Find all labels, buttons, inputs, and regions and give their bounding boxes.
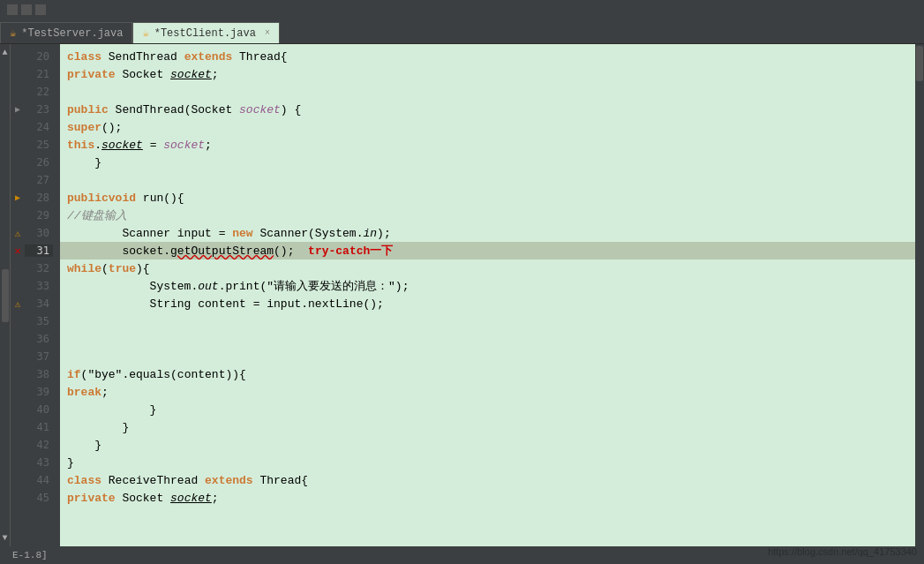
code-line-40[interactable]: } [60,401,915,418]
line-number-24: 24 [25,121,53,133]
tab-bar: ☕ *TestServer.java ☕ *TestClient.java × [0,19,924,44]
gutter-row-44: 44 [11,471,60,489]
gutter-row-32: 32 [11,259,60,277]
maximize-btn[interactable]: □ [21,4,32,15]
gutter-row-33: 33 [11,277,60,295]
tab-server[interactable]: ☕ *TestServer.java [0,22,132,43]
watermark: https://blog.csdn.net/qq_41753340 [768,546,917,557]
code-line-33[interactable]: System.out.print("请输入要发送的消息："); [60,277,915,295]
code-line-25[interactable]: this.socket = socket; [60,136,915,154]
code-line-39[interactable]: break; [60,383,915,401]
code-line-29[interactable]: //键盘输入 [60,207,915,224]
gutter-row-41: 41 [11,418,60,436]
scrollbar-thumb[interactable] [916,46,923,81]
code-line-23[interactable]: public SendThread(Socket socket) { [60,101,915,118]
code-line-26[interactable]: } [60,154,915,171]
error-icon: ✕ [14,244,20,258]
line-indicator-30: ⚠ [11,228,25,239]
fold-warn-icon[interactable]: ▶ [15,192,20,203]
code-line-38[interactable]: if("bye".equals(content)){ [60,365,915,383]
line-indicator-23: ▶ [11,104,25,115]
scrollbar-vertical[interactable] [915,44,924,546]
line-number-33: 33 [25,280,53,292]
gutter-row-20: 20 [11,48,60,65]
line-number-22: 22 [25,86,53,98]
warning-icon: ⚠ [15,298,21,310]
gutter-row-22: 22 [11,83,60,101]
scroll-down-arrow[interactable]: ▼ [2,533,7,543]
code-line-21[interactable]: private Socket socket; [60,65,915,83]
code-line-28[interactable]: public void run(){ [60,189,915,207]
gutter-row-31: ✕31 [11,242,60,259]
line-number-40: 40 [25,403,53,416]
code-line-36[interactable] [60,330,915,348]
line-number-27: 27 [25,174,53,186]
code-line-35[interactable] [60,312,915,330]
tab-server-label: *TestServer.java [21,27,123,40]
gutter-row-26: 26 [11,154,60,171]
gutter-row-38: 38 [11,365,60,383]
code-line-45[interactable]: private Socket socket; [60,489,915,507]
code-editor[interactable]: class SendThread extends Thread{ private… [60,44,915,546]
tab-client[interactable]: ☕ *TestClient.java × [132,22,279,43]
vertical-scrollbar-thumb[interactable] [2,269,9,322]
code-line-30[interactable]: Scanner input = new Scanner(System.in); [60,224,915,242]
gutter-row-27: 27 [11,171,60,189]
tab-client-close[interactable]: × [265,28,270,38]
gutter-row-29: 29 [11,207,60,224]
line-number-45: 45 [25,492,53,504]
fold-arrow-icon[interactable]: ▶ [15,104,20,115]
title-bar: − □ × [0,0,924,19]
code-line-37[interactable] [60,348,915,365]
gutter-row-24: 24 [11,118,60,136]
line-number-35: 35 [25,315,53,327]
code-line-22[interactable] [60,83,915,101]
tab-client-label: *TestClient.java [154,27,256,40]
code-line-20[interactable]: class SendThread extends Thread{ [60,48,915,65]
close-btn[interactable]: × [35,4,46,15]
gutter-row-40: 40 [11,401,60,418]
status-encoding: E-1.8] [7,550,53,560]
line-number-43: 43 [25,456,53,469]
gutter-row-36: 36 [11,330,60,348]
gutter-row-43: 43 [11,454,60,471]
window-controls: − □ × [7,4,46,15]
line-number-28: 28 [25,192,53,204]
gutter-row-45: 45 [11,489,60,507]
code-line-34[interactable]: String content = input.nextLine(); [60,295,915,312]
tab-client-icon: ☕ [142,26,148,40]
code-line-44[interactable]: class ReceiveThread extends Thread{ [60,471,915,489]
minimize-btn[interactable]: − [7,4,18,15]
code-line-41[interactable]: } [60,418,915,436]
line-number-23: 23 [25,103,53,116]
line-number-21: 21 [25,68,53,80]
gutter-row-21: 21 [11,65,60,83]
line-number-31: 31 [25,244,53,257]
line-indicator-34: ⚠ [11,298,25,310]
line-number-42: 42 [25,439,53,451]
line-number-32: 32 [25,262,53,274]
main-window: − □ × ☕ *TestServer.java ☕ *TestClient.j… [0,0,924,564]
scroll-up-arrow[interactable]: ▲ [2,48,7,57]
gutter-row-28: ▶28 [11,189,60,207]
gutter-row-42: 42 [11,436,60,454]
line-indicator-31: ✕ [11,244,25,258]
gutter-row-34: ⚠34 [11,295,60,312]
tab-server-icon: ☕ [10,26,16,40]
warning-icon: ⚠ [15,228,21,239]
code-line-24[interactable]: super(); [60,118,915,136]
editor-area: ▲ ▼ 202122▶2324252627▶2829⚠30✕313233⚠343… [0,44,924,546]
line-number-34: 34 [25,297,53,310]
line-number-38: 38 [25,368,53,380]
code-line-31[interactable]: socket.getOutputStream(); try-catch一下 [60,242,915,259]
line-number-36: 36 [25,333,53,345]
code-line-32[interactable]: while(true){ [60,259,915,277]
code-line-43[interactable]: } [60,454,915,471]
gutter-row-30: ⚠30 [11,224,60,242]
code-line-27[interactable] [60,171,915,189]
line-number-26: 26 [25,156,53,169]
gutter-row-25: 25 [11,136,60,154]
code-line-42[interactable]: } [60,436,915,454]
line-indicator-28: ▶ [11,192,25,203]
gutter-row-23: ▶23 [11,101,60,118]
